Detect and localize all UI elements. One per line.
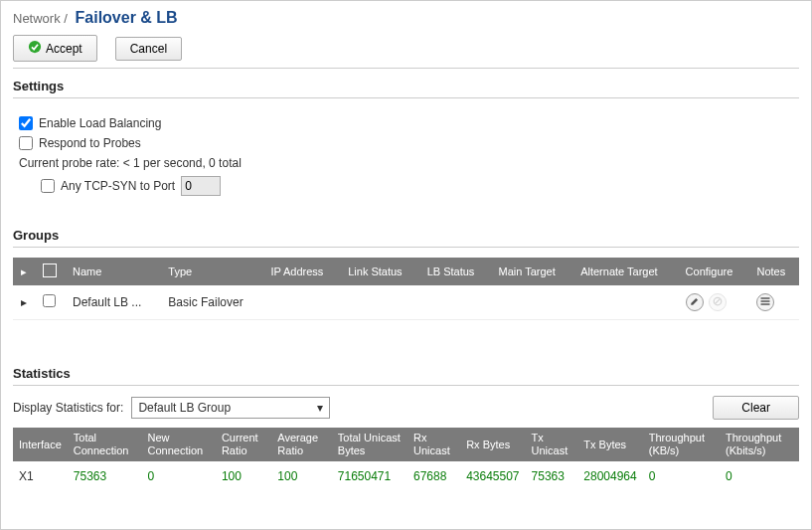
groups-header-row: ▸ Name Type IP Address Link Status LB St… xyxy=(13,258,799,285)
cell-tx-bytes: 28004964 xyxy=(577,461,642,491)
tcp-syn-checkbox[interactable] xyxy=(41,179,55,193)
cell-alt xyxy=(572,285,677,320)
respond-probes-row: Respond to Probes xyxy=(19,136,793,150)
col-ip: IP Address xyxy=(262,258,340,285)
chevron-down-icon: ▾ xyxy=(317,401,323,415)
circle-slash-icon xyxy=(713,295,723,309)
col-total-conn: Total Connection xyxy=(68,428,142,461)
cell-lb xyxy=(419,285,491,320)
col-rx-bytes: Rx Bytes xyxy=(460,428,525,461)
statistics-heading: Statistics xyxy=(13,366,799,386)
col-alt-target: Alternate Target xyxy=(572,258,677,285)
cell-notes xyxy=(748,285,799,320)
stats-table: Interface Total Connection New Connectio… xyxy=(13,428,799,491)
display-stats-label: Display Statistics for: xyxy=(13,401,123,415)
cell-ip xyxy=(262,285,340,320)
cell-main xyxy=(491,285,573,320)
col-lb-status: LB Status xyxy=(419,258,491,285)
cell-total-uni: 71650471 xyxy=(332,461,407,491)
groups-heading: Groups xyxy=(13,228,799,248)
stats-header-row: Interface Total Connection New Connectio… xyxy=(13,428,799,461)
clear-button[interactable]: Clear xyxy=(713,396,799,420)
groups-table: ▸ Name Type IP Address Link Status LB St… xyxy=(13,258,799,320)
breadcrumb-parent[interactable]: Network / xyxy=(13,11,68,26)
enable-lb-row: Enable Load Balancing xyxy=(19,116,793,130)
col-tp-kbits: Throughput (Kbits/s) xyxy=(720,428,799,461)
col-interface: Interface xyxy=(13,428,68,461)
table-row: X1 75363 0 100 100 71650471 67688 436455… xyxy=(13,461,799,491)
respond-probes-checkbox[interactable] xyxy=(19,136,33,150)
cell-configure xyxy=(678,285,749,320)
stats-group-selected: Default LB Group xyxy=(138,401,231,415)
svg-line-2 xyxy=(715,299,720,304)
cell-cur-ratio: 100 xyxy=(216,461,271,491)
cell-rx-uni: 67688 xyxy=(407,461,460,491)
col-tx-bytes: Tx Bytes xyxy=(577,428,642,461)
check-circle-icon xyxy=(28,40,42,57)
disabled-action-button xyxy=(709,293,727,311)
tcp-syn-row: Any TCP-SYN to Port xyxy=(41,176,793,196)
stats-controls: Display Statistics for: Default LB Group… xyxy=(13,396,799,420)
enable-lb-label: Enable Load Balancing xyxy=(39,116,161,130)
svg-point-0 xyxy=(29,41,41,53)
select-all-checkbox-icon xyxy=(43,264,57,277)
col-main-target: Main Target xyxy=(491,258,573,285)
chevron-right-icon: ▸ xyxy=(21,265,27,277)
divider xyxy=(13,68,799,69)
enable-lb-checkbox[interactable] xyxy=(19,116,33,130)
col-type: Type xyxy=(160,258,262,285)
col-new-conn: New Connection xyxy=(142,428,216,461)
page-title: Failover & LB xyxy=(76,9,178,26)
col-rx-uni: Rx Unicast xyxy=(407,428,460,461)
cell-tp-kb: 0 xyxy=(643,461,720,491)
col-name: Name xyxy=(65,258,160,285)
cancel-button[interactable]: Cancel xyxy=(115,37,182,61)
pencil-icon xyxy=(690,295,700,309)
col-tx-uni: Tx Unicast xyxy=(526,428,578,461)
col-total-uni: Total Unicast Bytes xyxy=(332,428,407,461)
cell-link xyxy=(340,285,418,320)
col-notes: Notes xyxy=(748,258,799,285)
breadcrumb: Network / Failover & LB xyxy=(13,9,799,27)
col-expand[interactable]: ▸ xyxy=(13,258,35,285)
clear-label: Clear xyxy=(741,401,770,415)
menu-icon xyxy=(759,295,771,309)
row-expand[interactable]: ▸ xyxy=(13,285,35,320)
cell-tx-uni: 75363 xyxy=(526,461,578,491)
col-tp-kb: Throughput (KB/s) xyxy=(643,428,720,461)
col-cur-ratio: Current Ratio xyxy=(216,428,271,461)
notes-button[interactable] xyxy=(756,293,774,311)
accept-button[interactable]: Accept xyxy=(13,35,97,62)
cell-rx-bytes: 43645507 xyxy=(460,461,525,491)
probe-rate-text: Current probe rate: < 1 per second, 0 to… xyxy=(19,156,793,170)
col-avg-ratio: Average Ratio xyxy=(271,428,332,461)
edit-button[interactable] xyxy=(686,293,704,311)
cell-interface: X1 xyxy=(13,461,68,491)
respond-probes-label: Respond to Probes xyxy=(39,136,141,150)
settings-heading: Settings xyxy=(13,79,799,98)
col-select[interactable] xyxy=(35,258,65,285)
col-link-status: Link Status xyxy=(340,258,418,285)
stats-group-select[interactable]: Default LB Group ▾ xyxy=(131,397,330,419)
col-configure: Configure xyxy=(678,258,749,285)
row-checkbox[interactable] xyxy=(43,294,56,307)
cell-avg-ratio: 100 xyxy=(271,461,332,491)
cell-type: Basic Failover xyxy=(160,285,262,320)
chevron-right-icon: ▸ xyxy=(21,295,27,309)
cell-total-conn: 75363 xyxy=(68,461,142,491)
row-select[interactable] xyxy=(35,285,65,320)
tcp-syn-label: Any TCP-SYN to Port xyxy=(61,179,175,193)
cell-tp-kbits: 0 xyxy=(720,461,799,491)
accept-label: Accept xyxy=(46,42,82,56)
cancel-label: Cancel xyxy=(130,42,167,56)
settings-block: Enable Load Balancing Respond to Probes … xyxy=(13,108,799,210)
action-bar: Accept Cancel xyxy=(13,35,799,62)
tcp-syn-port-input[interactable] xyxy=(181,176,221,196)
cell-new-conn: 0 xyxy=(142,461,216,491)
table-row: ▸ Default LB ... Basic Failover xyxy=(13,285,799,320)
cell-name: Default LB ... xyxy=(65,285,160,320)
